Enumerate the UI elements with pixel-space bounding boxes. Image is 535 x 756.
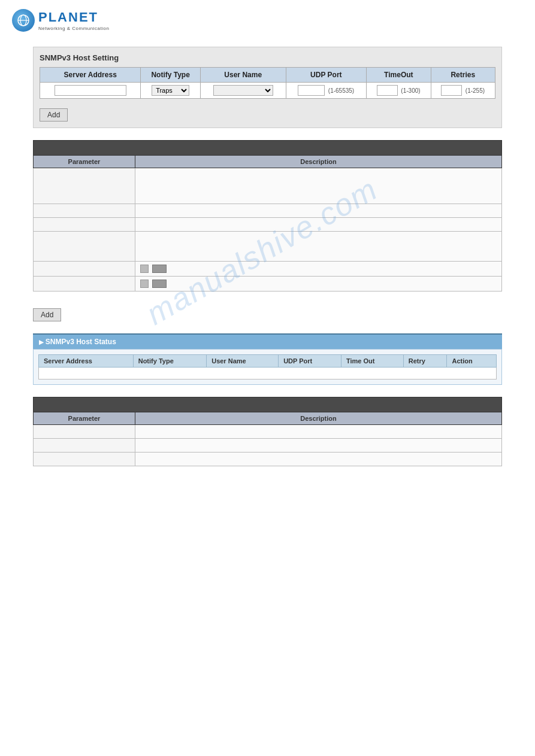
bottom-row-2 [34, 439, 502, 453]
bottom-main-header [34, 397, 502, 412]
desc-row-2 [34, 204, 502, 218]
setting-row: Traps Informs 162 (1-65535) 5 (1-300) [40, 83, 495, 99]
snmp-setting-section: SNMPv3 Host Setting Server Address Notif… [33, 47, 502, 128]
bottom-val-2 [135, 439, 502, 453]
small-box-icon-3 [140, 280, 149, 288]
notify-type-select[interactable]: Traps Informs [152, 85, 189, 96]
logo-area: PLANET Networking & Communication [0, 0, 535, 41]
desc-param-6 [34, 277, 135, 292]
logo-icon [12, 9, 35, 32]
desc-param-3 [34, 218, 135, 232]
bottom-param-2 [34, 439, 135, 453]
bottom-param-3 [34, 453, 135, 466]
server-address-input[interactable] [55, 85, 126, 96]
retries-input[interactable]: 3 [441, 85, 462, 96]
desc-val-3 [135, 218, 502, 232]
bottom-row-3 [34, 453, 502, 466]
bottom-subheader-desc: Description [135, 412, 502, 425]
col-server-address: Server Address [40, 68, 141, 83]
add-button-2[interactable]: Add [33, 308, 61, 321]
small-box-icon-2 [152, 265, 167, 273]
col-retries: Retries [431, 68, 495, 83]
col-user-name: User Name [200, 68, 286, 83]
snmp-setting-title: SNMPv3 Host Setting [40, 53, 495, 62]
status-col-server: Server Address [39, 355, 134, 368]
desc-param-4 [34, 232, 135, 262]
desc-param-2 [34, 204, 135, 218]
desc-main-header [34, 141, 502, 156]
status-table: Server Address Notify Type User Name UDP… [38, 354, 497, 379]
bottom-val-3 [135, 453, 502, 466]
desc-val-1 [135, 168, 502, 204]
timeout-range: (1-300) [401, 87, 420, 94]
desc-subheader-param: Parameter [34, 156, 135, 168]
status-body: Server Address Notify Type User Name UDP… [33, 349, 502, 385]
small-box-icon-1 [140, 265, 149, 273]
small-box-icon-4 [152, 280, 167, 288]
desc-param-1 [34, 168, 135, 204]
udp-port-range: (1-65535) [328, 87, 354, 94]
status-col-timeout: Time Out [341, 355, 403, 368]
col-notify-type: Notify Type [141, 68, 201, 83]
status-section: SNMPv3 Host Status Server Address Notify… [33, 333, 502, 385]
desc-subheader-desc: Description [135, 156, 502, 168]
add-button-1[interactable]: Add [40, 108, 68, 122]
desc-val-2 [135, 204, 502, 218]
status-col-user: User Name [207, 355, 279, 368]
status-col-udp: UDP Port [279, 355, 341, 368]
col-udp-port: UDP Port [286, 68, 367, 83]
snmp-setting-table: Server Address Notify Type User Name UDP… [40, 67, 495, 99]
desc-table: Parameter Description [33, 140, 502, 292]
status-col-notify: Notify Type [133, 355, 207, 368]
bottom-subheader-param: Parameter [34, 412, 135, 425]
bottom-desc-table: Parameter Description [33, 397, 502, 466]
user-name-select[interactable] [213, 85, 273, 96]
timeout-input[interactable]: 5 [377, 85, 398, 96]
bottom-desc-section: Parameter Description [33, 397, 502, 466]
desc-val-5 [135, 262, 502, 277]
status-col-retry: Retry [403, 355, 447, 368]
brand-tagline: Networking & Communication [38, 26, 109, 31]
desc-section: Parameter Description [33, 140, 502, 292]
desc-row-1 [34, 168, 502, 204]
desc-row-4 [34, 232, 502, 262]
desc-row-6 [34, 277, 502, 292]
status-empty-row [39, 368, 497, 379]
bottom-val-1 [135, 425, 502, 439]
bottom-param-1 [34, 425, 135, 439]
desc-row-3 [34, 218, 502, 232]
desc-row-5 [34, 262, 502, 277]
udp-port-input[interactable]: 162 [298, 85, 325, 96]
status-col-action: Action [447, 355, 497, 368]
status-header: SNMPv3 Host Status [33, 333, 502, 349]
col-timeout: TimeOut [367, 68, 431, 83]
desc-val-6 [135, 277, 502, 292]
retries-range: (1-255) [466, 87, 485, 94]
desc-param-5 [34, 262, 135, 277]
bottom-row-1 [34, 425, 502, 439]
brand-name: PLANET [38, 10, 109, 25]
desc-val-4 [135, 232, 502, 262]
